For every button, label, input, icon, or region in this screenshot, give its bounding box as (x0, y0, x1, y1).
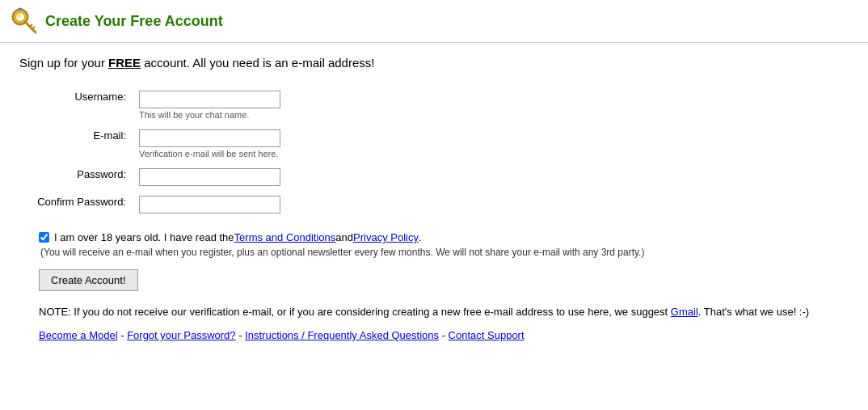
confirm-password-row: Confirm Password: (19, 191, 287, 218)
tagline-free: FREE (108, 56, 141, 70)
tagline-prefix: Sign up for your (19, 56, 108, 70)
faq-link[interactable]: Instructions / Frequently Asked Question… (245, 329, 439, 341)
separator-1: - (120, 329, 127, 341)
svg-line-4 (32, 27, 35, 29)
tagline: Sign up for your FREE account. All you n… (19, 56, 849, 70)
email-input[interactable] (139, 129, 280, 147)
header: Create Your Free Account (0, 0, 868, 43)
username-label: Username: (19, 86, 133, 125)
separator-3: - (442, 329, 449, 341)
password-input-cell (133, 163, 287, 191)
username-row: Username: This will be your chat name. (19, 86, 287, 125)
checkbox-line: I am over 18 years old. I have read the … (39, 231, 849, 243)
password-row: Password: (19, 163, 287, 191)
checkbox-section: I am over 18 years old. I have read the … (19, 231, 849, 258)
email-row: E-mail: Verification e-mail will be sent… (19, 125, 287, 163)
email-input-cell: Verification e-mail will be sent here. (133, 125, 287, 163)
main-content: Sign up for your FREE account. All you n… (0, 43, 868, 354)
svg-point-5 (16, 13, 21, 18)
note-suffix: . That's what we use! :-) (698, 306, 809, 318)
become-model-link[interactable]: Become a Model (39, 329, 118, 341)
registration-form: Username: This will be your chat name. E… (19, 86, 287, 218)
footer-links: Become a Model - Forgot your Password? -… (39, 329, 849, 341)
svg-line-3 (30, 24, 32, 27)
terms-link[interactable]: Terms and Conditions (234, 231, 336, 243)
email-hint: Verification e-mail will be sent here. (139, 149, 280, 159)
tagline-suffix: account. All you need is an e-mail addre… (141, 56, 374, 70)
confirm-password-input-cell (133, 191, 287, 218)
email-label: E-mail: (19, 125, 133, 163)
page-title: Create Your Free Account (45, 13, 223, 30)
forgot-password-link[interactable]: Forgot your Password? (127, 329, 235, 341)
confirm-password-input[interactable] (139, 196, 280, 213)
username-input-cell: This will be your chat name. (133, 86, 287, 125)
confirm-password-label: Confirm Password: (19, 191, 133, 218)
gmail-link[interactable]: Gmail (671, 306, 698, 318)
checkbox-suffix: . (419, 231, 422, 243)
separator-2: - (238, 329, 245, 341)
contact-support-link[interactable]: Contact Support (449, 329, 525, 341)
username-input[interactable] (139, 91, 280, 108)
key-icon (10, 6, 39, 36)
note-prefix: NOTE: If you do not receive our verifica… (39, 306, 671, 318)
newsletter-note: (You will receive an e-mail when you reg… (39, 247, 849, 258)
age-agreement-checkbox[interactable] (39, 232, 49, 243)
password-input[interactable] (139, 168, 280, 186)
create-account-button[interactable]: Create Account! (39, 269, 138, 291)
privacy-link[interactable]: Privacy Policy (353, 231, 419, 243)
username-hint: This will be your chat name. (139, 110, 280, 120)
note-section: NOTE: If you do not receive our verifica… (39, 306, 849, 318)
checkbox-middle: and (335, 231, 353, 243)
checkbox-prefix: I am over 18 years old. I have read the (54, 231, 234, 243)
password-label: Password: (19, 163, 133, 191)
